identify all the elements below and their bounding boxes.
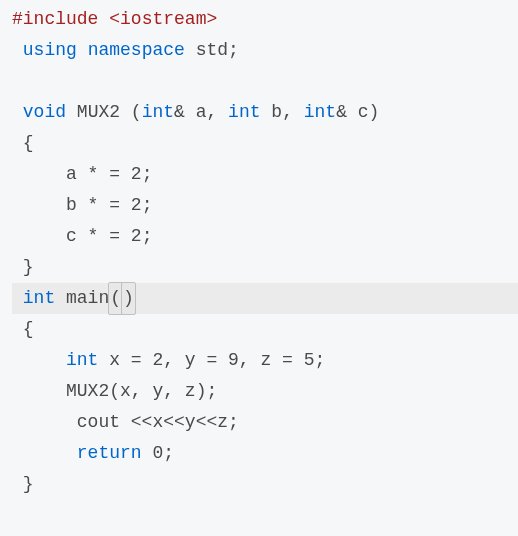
code-line-7: b * = 2; (12, 190, 518, 221)
comma: , (207, 97, 229, 129)
code-line-4: void MUX2 (int& a, int b, int& c) (12, 97, 518, 128)
include-path: <iostream> (109, 4, 217, 36)
code-line-11: { (12, 314, 518, 345)
code-line-9: } (12, 252, 518, 283)
lparen: ( (120, 97, 142, 129)
close-brace: } (23, 252, 34, 284)
code-line-3 (12, 66, 518, 97)
code-editor: #include <iostream> using namespace std;… (0, 0, 518, 504)
code-line-15: return 0; (12, 438, 518, 469)
preprocessor-directive: #include (12, 4, 98, 36)
code-line-1: #include <iostream> (12, 4, 518, 35)
param-c: c (347, 97, 369, 129)
close-brace: } (23, 469, 34, 501)
function-name: MUX2 (77, 97, 120, 129)
open-brace: { (23, 128, 34, 160)
type-int: int (66, 345, 98, 377)
code-line-14: cout <<x<<y<<z; (12, 407, 518, 438)
open-brace: { (23, 314, 34, 346)
code-line-2: using namespace std; (12, 35, 518, 66)
ref-operator: & (336, 97, 347, 129)
keyword-return: return (77, 438, 142, 470)
statement: a * = 2; (66, 159, 152, 191)
matched-rparen: ) (121, 282, 136, 316)
cout-statement: cout <<x<<y<<z; (77, 407, 239, 439)
code-line-12: int x = 2, y = 9, z = 5; (12, 345, 518, 376)
function-call: MUX2(x, y, z); (66, 376, 217, 408)
type-void: void (23, 97, 66, 129)
code-line-10-current: int main() (12, 283, 518, 314)
identifier-std: std (196, 35, 228, 67)
keyword-using: using (23, 35, 77, 67)
statement: c * = 2; (66, 221, 152, 253)
type-int: int (304, 97, 336, 129)
rparen: ) (369, 97, 380, 129)
code-line-5: { (12, 128, 518, 159)
return-value: 0; (142, 438, 174, 470)
statement: b * = 2; (66, 190, 152, 222)
code-line-16: } (12, 469, 518, 500)
semicolon: ; (228, 35, 239, 67)
code-line-13: MUX2(x, y, z); (12, 376, 518, 407)
keyword-namespace: namespace (88, 35, 185, 67)
type-int: int (142, 97, 174, 129)
function-main: main (55, 283, 109, 315)
code-line-8: c * = 2; (12, 221, 518, 252)
param-b: b (261, 97, 283, 129)
param-a: a (185, 97, 207, 129)
type-int: int (23, 283, 55, 315)
ref-operator: & (174, 97, 185, 129)
var-decl: x = 2, y = 9, z = 5; (98, 345, 325, 377)
type-int: int (228, 97, 260, 129)
code-line-6: a * = 2; (12, 159, 518, 190)
comma: , (282, 97, 304, 129)
